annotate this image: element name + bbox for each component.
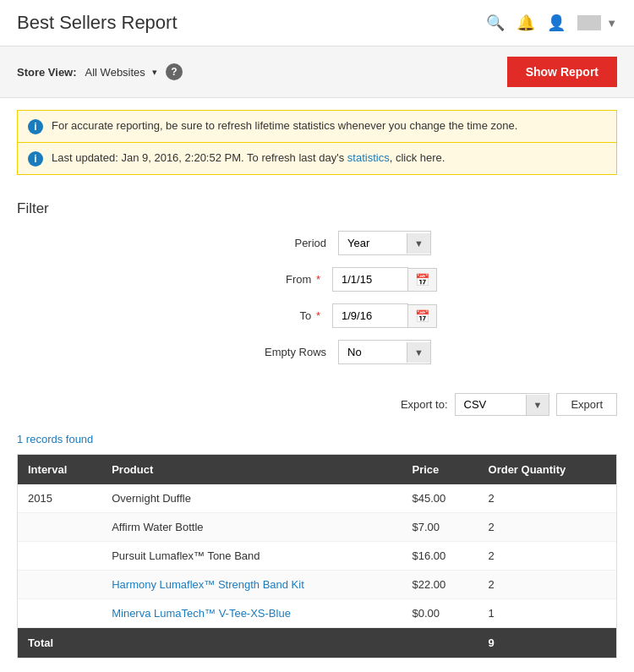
col-interval: Interval <box>18 455 101 484</box>
col-order-qty: Order Quantity <box>478 455 616 484</box>
export-button[interactable]: Export <box>556 393 617 416</box>
period-select[interactable]: Year Month Day Week <box>339 232 407 254</box>
from-label: From * <box>197 273 332 286</box>
records-found: 1 records found <box>0 428 634 454</box>
export-format-arrow[interactable]: ▼ <box>526 395 549 415</box>
cell-interval <box>18 513 101 542</box>
filter-row-period: Period Year Month Day Week ▼ <box>17 231 617 255</box>
table-row: Harmony Lumaflex™ Strength Band Kit$22.0… <box>18 571 616 599</box>
to-required: * <box>316 309 320 322</box>
to-calendar-button[interactable]: 📅 <box>408 304 437 328</box>
cell-qty: 2 <box>478 484 616 513</box>
user-avatar <box>577 15 601 30</box>
product-link[interactable]: Harmony Lumaflex™ Strength Band Kit <box>112 578 304 591</box>
header: Best Sellers Report 🔍 🔔 👤 ▼ <box>0 0 634 46</box>
data-table: Interval Product Price Order Quantity 20… <box>18 455 616 658</box>
table-row: Minerva LumaTech™ V-Tee-XS-Blue$0.001 <box>18 599 616 628</box>
user-icon[interactable]: 👤 <box>547 14 566 32</box>
from-calendar-button[interactable]: 📅 <box>408 268 437 292</box>
info-text-after: , click here. <box>390 151 445 164</box>
cell-price: $7.00 <box>402 513 478 542</box>
info-banners: i For accurate reporting, be sure to ref… <box>17 110 617 175</box>
table-row: Affirm Water Bottle$7.002 <box>18 513 616 542</box>
from-date-input[interactable] <box>332 267 408 292</box>
cell-qty: 2 <box>478 542 616 571</box>
cell-interval <box>18 542 101 571</box>
from-required: * <box>316 273 320 286</box>
records-count-text: 1 records found <box>17 433 93 445</box>
info-text-1: For accurate reporting, be sure to refre… <box>52 118 517 134</box>
empty-rows-select-wrapper: No Yes ▼ <box>338 340 431 364</box>
footer-empty-price <box>402 628 478 658</box>
table-row: Pursuit Lumaflex™ Tone Band$16.002 <box>18 542 616 571</box>
empty-rows-select[interactable]: No Yes <box>339 341 407 363</box>
cell-interval <box>18 599 101 628</box>
header-actions: 🔍 🔔 👤 ▼ <box>486 14 617 32</box>
statistics-link[interactable]: statistics <box>347 151 390 164</box>
period-label: Period <box>203 237 338 249</box>
info-text-2: Last updated: Jan 9, 2016, 2:20:52 PM. T… <box>52 150 445 166</box>
export-format-wrapper: CSV Excel XML ▼ <box>455 393 550 416</box>
bell-icon[interactable]: 🔔 <box>516 14 535 32</box>
page-title: Best Sellers Report <box>17 12 178 34</box>
store-view-arrow: ▾ <box>152 67 157 78</box>
cell-product: Overnight Duffle <box>101 484 402 513</box>
info-icon-1: i <box>28 119 43 134</box>
empty-rows-select-arrow[interactable]: ▼ <box>407 342 430 363</box>
user-dropdown-arrow: ▼ <box>606 17 617 30</box>
filter-row-from: From * 📅 <box>17 267 617 292</box>
export-row: Export to: CSV Excel XML ▼ Export <box>0 385 634 428</box>
user-menu[interactable]: ▼ <box>577 15 617 30</box>
product-link[interactable]: Minerva LumaTech™ V-Tee-XS-Blue <box>112 607 291 620</box>
period-select-arrow[interactable]: ▼ <box>407 233 430 254</box>
empty-rows-control: No Yes ▼ <box>338 340 431 364</box>
info-banner-1: i For accurate reporting, be sure to ref… <box>18 111 616 142</box>
cell-qty: 1 <box>478 599 616 628</box>
search-icon[interactable]: 🔍 <box>486 14 505 32</box>
cell-qty: 2 <box>478 513 616 542</box>
store-view-bar: Store View: All Websites ▾ ? Show Report <box>0 46 634 98</box>
table-footer-row: Total 9 <box>18 628 616 658</box>
cell-interval <box>18 571 101 599</box>
info-text-before: Last updated: Jan 9, 2016, 2:20:52 PM. T… <box>52 151 347 164</box>
store-view-select[interactable]: All Websites ▾ <box>85 66 157 79</box>
cell-product: Affirm Water Bottle <box>101 513 402 542</box>
show-report-button[interactable]: Show Report <box>507 57 617 87</box>
to-label: To * <box>197 309 332 322</box>
to-date-input[interactable] <box>332 303 408 328</box>
period-select-wrapper: Year Month Day Week ▼ <box>338 231 431 255</box>
cell-product[interactable]: Harmony Lumaflex™ Strength Band Kit <box>101 571 402 599</box>
from-control: 📅 <box>332 267 437 292</box>
cell-product: Pursuit Lumaflex™ Tone Band <box>101 542 402 571</box>
col-product: Product <box>101 455 402 484</box>
footer-total-label: Total <box>18 628 101 658</box>
footer-empty-product <box>101 628 402 658</box>
footer-total-qty: 9 <box>478 628 616 658</box>
col-price: Price <box>402 455 478 484</box>
cell-price: $45.00 <box>402 484 478 513</box>
table-header-row: Interval Product Price Order Quantity <box>18 455 616 484</box>
cell-product[interactable]: Minerva LumaTech™ V-Tee-XS-Blue <box>101 599 402 628</box>
filter-section: Filter Period Year Month Day Week ▼ From… <box>0 187 634 385</box>
filter-row-to: To * 📅 <box>17 303 617 328</box>
table-body: 2015Overnight Duffle$45.002Affirm Water … <box>18 484 616 628</box>
cell-interval: 2015 <box>18 484 101 513</box>
filter-title: Filter <box>17 200 617 217</box>
help-icon[interactable]: ? <box>166 63 183 80</box>
cell-price: $22.00 <box>402 571 478 599</box>
to-control: 📅 <box>332 303 437 328</box>
store-view-value: All Websites <box>85 66 145 79</box>
export-format-select[interactable]: CSV Excel XML <box>456 394 526 415</box>
empty-rows-label: Empty Rows <box>203 346 338 358</box>
export-label: Export to: <box>401 398 448 411</box>
cell-qty: 2 <box>478 571 616 599</box>
cell-price: $16.00 <box>402 542 478 571</box>
cell-price: $0.00 <box>402 599 478 628</box>
period-control: Year Month Day Week ▼ <box>338 231 431 255</box>
filter-row-empty-rows: Empty Rows No Yes ▼ <box>17 340 617 364</box>
data-table-container: Interval Product Price Order Quantity 20… <box>17 454 617 658</box>
table-row: 2015Overnight Duffle$45.002 <box>18 484 616 513</box>
store-view-label: Store View: <box>17 66 77 79</box>
info-banner-2: i Last updated: Jan 9, 2016, 2:20:52 PM.… <box>18 142 616 174</box>
info-icon-2: i <box>28 151 43 167</box>
